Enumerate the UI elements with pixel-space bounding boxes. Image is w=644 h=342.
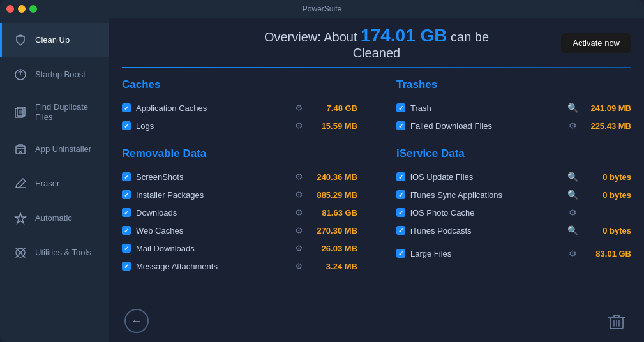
removable-data-title: Removable Data bbox=[122, 147, 357, 160]
overview-prefix: Overview: About bbox=[264, 30, 357, 44]
trash-checkbox[interactable] bbox=[396, 103, 405, 112]
app-uninstaller-icon bbox=[13, 142, 27, 156]
message-attachments-label: Message Attachments bbox=[136, 262, 288, 271]
itunes-podcasts-size: 0 bytes bbox=[583, 226, 631, 235]
failed-download-files-label: Failed Download Files bbox=[410, 121, 562, 131]
list-item: iTunes Sync Applications 🔍 0 bytes bbox=[396, 186, 631, 204]
web-caches-size: 270.30 MB bbox=[310, 226, 357, 235]
logs-size: 15.59 MB bbox=[310, 121, 357, 131]
main-header: Overview: About 174.01 GB can be Cleaned… bbox=[109, 18, 644, 61]
ios-update-search-icon[interactable]: 🔍 bbox=[567, 171, 578, 182]
message-attachments-checkbox[interactable] bbox=[122, 262, 131, 271]
find-duplicate-files-label: Find Duplicate Files bbox=[35, 102, 98, 122]
itunes-sync-search-icon[interactable]: 🔍 bbox=[567, 189, 578, 200]
trash-search-icon[interactable]: 🔍 bbox=[567, 102, 578, 114]
web-caches-label: Web Caches bbox=[136, 226, 288, 235]
ios-update-files-label: iOS Update Files bbox=[410, 172, 562, 182]
back-icon: ← bbox=[131, 315, 142, 328]
downloads-label: Downloads bbox=[136, 208, 288, 218]
trash-label: Trash bbox=[410, 103, 562, 113]
window-controls bbox=[6, 5, 37, 13]
mail-downloads-size: 26.03 MB bbox=[310, 244, 357, 253]
sidebar-item-clean-up[interactable]: Clean Up bbox=[0, 23, 109, 57]
sidebar-item-startup-boost[interactable]: Startup Boost bbox=[0, 57, 109, 92]
main-content: Overview: About 174.01 GB can be Cleaned… bbox=[109, 18, 644, 342]
content-left: Caches Application Caches ⚙ 7.48 GB Logs… bbox=[122, 78, 377, 302]
content-grid: Caches Application Caches ⚙ 7.48 GB Logs… bbox=[109, 78, 644, 302]
mail-downloads-gear-icon[interactable]: ⚙ bbox=[293, 242, 304, 254]
installer-packages-size: 885.29 MB bbox=[310, 190, 357, 200]
message-attachments-size: 3.24 MB bbox=[310, 262, 357, 271]
downloads-size: 81.63 GB bbox=[310, 208, 357, 218]
ios-photo-cache-checkbox[interactable] bbox=[396, 208, 405, 217]
failed-download-size: 225.43 MB bbox=[583, 121, 631, 131]
failed-download-files-checkbox[interactable] bbox=[396, 121, 405, 130]
application-caches-gear-icon[interactable]: ⚙ bbox=[293, 102, 304, 114]
sidebar-item-eraser[interactable]: Eraser bbox=[0, 167, 109, 201]
sidebar-item-utilities-tools[interactable]: Utilities & Tools bbox=[0, 235, 109, 270]
main-divider bbox=[122, 67, 631, 68]
list-item: Installer Packages ⚙ 885.29 MB bbox=[122, 186, 357, 204]
ios-photo-gear-icon[interactable]: ⚙ bbox=[567, 207, 578, 218]
automatic-label: Automatic bbox=[35, 213, 72, 223]
utilities-tools-icon bbox=[13, 246, 27, 260]
activate-now-button[interactable]: Activate now bbox=[561, 33, 631, 53]
mail-downloads-label: Mail Downloads bbox=[136, 244, 288, 253]
mail-downloads-checkbox[interactable] bbox=[122, 244, 131, 253]
screenshots-gear-icon[interactable]: ⚙ bbox=[293, 171, 304, 182]
close-button[interactable] bbox=[6, 5, 14, 13]
app-title: PowerSuite bbox=[303, 4, 341, 13]
message-attachments-gear-icon[interactable]: ⚙ bbox=[293, 260, 304, 272]
list-item: Large Files ⚙ 83.01 GB bbox=[396, 244, 631, 262]
installer-packages-checkbox[interactable] bbox=[122, 190, 131, 199]
minimize-button[interactable] bbox=[18, 5, 26, 13]
downloads-gear-icon[interactable]: ⚙ bbox=[293, 207, 304, 218]
sidebar: Clean Up Startup Boost Find bbox=[0, 18, 109, 342]
itunes-sync-checkbox[interactable] bbox=[396, 190, 405, 199]
main-footer: ← bbox=[109, 302, 644, 342]
list-item: iOS Photo Cache ⚙ bbox=[396, 204, 631, 221]
utilities-tools-label: Utilities & Tools bbox=[35, 248, 91, 258]
itunes-podcasts-search-icon[interactable]: 🔍 bbox=[567, 225, 578, 236]
title-bar: PowerSuite bbox=[0, 0, 644, 18]
sidebar-item-app-uninstaller[interactable]: App Uninstaller bbox=[0, 132, 109, 167]
downloads-checkbox[interactable] bbox=[122, 208, 131, 217]
list-item: Web Caches ⚙ 270.30 MB bbox=[122, 221, 357, 239]
ios-update-files-checkbox[interactable] bbox=[396, 172, 405, 181]
maximize-button[interactable] bbox=[29, 5, 37, 13]
large-files-checkbox[interactable] bbox=[396, 249, 405, 258]
overview-text: Overview: About 174.01 GB can be Cleaned bbox=[250, 26, 504, 61]
sidebar-item-automatic[interactable]: Automatic bbox=[0, 201, 109, 235]
web-caches-gear-icon[interactable]: ⚙ bbox=[293, 225, 304, 236]
automatic-icon bbox=[13, 211, 27, 225]
ios-photo-cache-label: iOS Photo Cache bbox=[410, 208, 562, 218]
clean-up-label: Clean Up bbox=[35, 35, 70, 45]
list-item: iTunes Podcasts 🔍 0 bytes bbox=[396, 221, 631, 239]
eraser-label: Eraser bbox=[35, 179, 59, 189]
installer-packages-gear-icon[interactable]: ⚙ bbox=[293, 189, 304, 200]
list-item: Application Caches ⚙ 7.48 GB bbox=[122, 99, 357, 117]
svg-marker-9 bbox=[15, 213, 26, 223]
sidebar-item-find-duplicate-files[interactable]: Find Duplicate Files bbox=[0, 92, 109, 132]
list-item: Downloads ⚙ 81.63 GB bbox=[122, 204, 357, 221]
list-item: iOS Update Files 🔍 0 bytes bbox=[396, 168, 631, 186]
large-files-gear-icon[interactable]: ⚙ bbox=[567, 248, 578, 259]
web-caches-checkbox[interactable] bbox=[122, 226, 131, 235]
application-caches-label: Application Caches bbox=[136, 103, 288, 113]
itunes-podcasts-checkbox[interactable] bbox=[396, 226, 405, 235]
startup-boost-icon bbox=[13, 68, 27, 82]
logs-checkbox[interactable] bbox=[122, 121, 131, 130]
list-item: Message Attachments ⚙ 3.24 MB bbox=[122, 257, 357, 275]
logs-gear-icon[interactable]: ⚙ bbox=[293, 120, 304, 131]
delete-button[interactable] bbox=[604, 309, 629, 333]
itunes-sync-label: iTunes Sync Applications bbox=[410, 190, 562, 200]
screenshots-label: ScreenShots bbox=[136, 172, 288, 182]
failed-download-gear-icon[interactable]: ⚙ bbox=[567, 120, 578, 131]
trashes-title: Trashes bbox=[396, 78, 631, 91]
trash-size: 241.09 MB bbox=[583, 103, 631, 113]
back-button[interactable]: ← bbox=[124, 309, 149, 333]
application-caches-checkbox[interactable] bbox=[122, 103, 131, 112]
svg-rect-5 bbox=[16, 146, 25, 154]
overview-size: 174.01 GB bbox=[361, 26, 447, 45]
screenshots-checkbox[interactable] bbox=[122, 172, 131, 181]
